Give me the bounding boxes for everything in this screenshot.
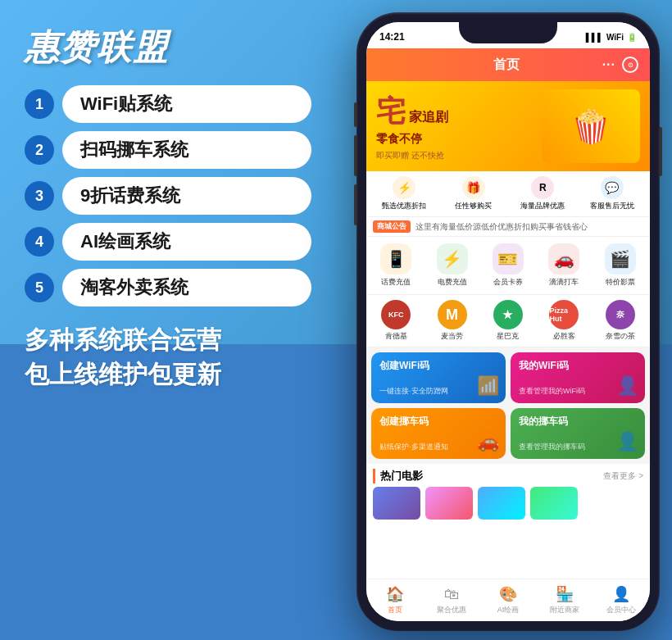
bottom-text: 多种系统联合运营 包上线维护包更新 <box>25 323 311 392</box>
hot-movies-list <box>373 487 643 520</box>
phone-outer: 14:21 ▌▌▌ WiFi 🔋 首页 ··· ⊙ <box>356 12 660 631</box>
home-icon: 🏠 <box>386 585 404 603</box>
feature-item: 1 WiFi贴系统 <box>25 85 311 123</box>
nav-deals-label: 聚合优惠 <box>437 605 466 615</box>
service-member-card[interactable]: 🎫 会员卡券 <box>482 243 534 288</box>
movie-thumb-2[interactable] <box>425 487 473 520</box>
brand-starbucks[interactable]: ★ 星巴克 <box>482 300 534 342</box>
quick-icon-discount[interactable]: ⚡ 甄选优惠折扣 <box>370 176 439 211</box>
nav-nearby-label: 附近商家 <box>550 605 579 615</box>
brand-kfc[interactable]: KFC 肯德基 <box>370 300 422 342</box>
battery-icon: 🔋 <box>627 33 637 42</box>
service-phone-recharge[interactable]: 📱 话费充值 <box>370 243 422 288</box>
brand-pizzahut[interactable]: Pizza Hut 必胜客 <box>538 300 590 342</box>
bottom-line-2: 包上线维护包更新 <box>25 357 311 392</box>
member-icon: 👤 <box>612 585 630 603</box>
feature-label: 淘客外卖系统 <box>62 269 311 306</box>
deals-icon: 🛍 <box>444 586 459 603</box>
wifi-cards-grid: 创建WiFi码 一键连接·安全防蹭网 📶 我的WiFi码 查看管理我的WiFi码… <box>366 347 650 464</box>
nav-member[interactable]: 👤 会员中心 <box>593 585 650 615</box>
phone-wrapper: 14:21 ▌▌▌ WiFi 🔋 首页 ··· ⊙ <box>356 12 660 631</box>
feature-label: 扫码挪车系统 <box>62 131 311 169</box>
brand-grid: KFC 肯德基 M 麦当劳 ★ 星巴克 Pizza Hut 必胜客 奈 奈雪 <box>366 295 650 347</box>
feature-num: 1 <box>25 89 54 119</box>
nav-ai-paint[interactable]: 🎨 AI绘画 <box>479 585 536 615</box>
quick-icons-row: ⚡ 甄选优惠折扣 🎁 任性够购买 R 海量品牌优惠 💬 客服售后无忧 <box>366 171 650 217</box>
nav-home[interactable]: 🏠 首页 <box>366 585 423 615</box>
feature-label: 9折话费系统 <box>62 177 311 215</box>
nav-nearby[interactable]: 🏪 附近商家 <box>537 585 593 615</box>
feature-label: WiFi贴系统 <box>62 85 311 123</box>
header-circle[interactable]: ⊙ <box>622 57 638 73</box>
app-header: 首页 ··· ⊙ <box>366 48 650 81</box>
feature-item: 5 淘客外卖系统 <box>25 269 311 306</box>
banner-big-char: 宅 <box>376 92 406 132</box>
my-parking-avatar: 👤 <box>616 431 638 452</box>
quick-icon-brand[interactable]: R 海量品牌优惠 <box>508 176 578 211</box>
create-wifi-title: 创建WiFi码 <box>379 359 497 373</box>
my-wifi-avatar: 👤 <box>616 375 638 397</box>
banner-text-area: 宅 家追剧 零食不停 即买即赠 还不快抢 <box>376 92 542 161</box>
notice-bar: 商城公告 这里有海量低价源低价优惠折扣购买事省钱省心 <box>366 217 650 237</box>
ai-paint-icon: 🎨 <box>499 585 517 603</box>
brand-mcdonalds[interactable]: M 麦当劳 <box>425 300 478 342</box>
notice-text: 这里有海量低价源低价优惠折扣购买事省钱省心 <box>415 221 588 233</box>
nearby-icon: 🏪 <box>556 585 574 603</box>
wifi-icon: WiFi <box>606 33 624 42</box>
banner: 宅 家追剧 零食不停 即买即赠 还不快抢 🍿 <box>366 81 650 171</box>
movie-thumb-3[interactable] <box>478 487 525 520</box>
side-button-left-1 <box>354 102 356 127</box>
my-wifi-card[interactable]: 我的WiFi码 查看管理我的WiFi码 👤 <box>511 352 645 403</box>
movie-thumb-4[interactable] <box>530 487 578 520</box>
service-grid: 📱 话费充值 ⚡ 电费充值 🎫 会员卡券 🚗 滴滴打车 🎬 特价影票 <box>366 237 650 295</box>
quick-icon-buy[interactable]: 🎁 任性够购买 <box>439 176 509 211</box>
my-wifi-title: 我的WiFi码 <box>519 359 637 373</box>
feature-item: 3 9折话费系统 <box>25 177 311 215</box>
parking-car-icon: 🚗 <box>477 431 499 452</box>
service-taxi[interactable]: 🚗 滴滴打车 <box>538 243 590 288</box>
header-title: 首页 <box>493 57 520 74</box>
phone-inner: 14:21 ▌▌▌ WiFi 🔋 首页 ··· ⊙ <box>366 22 650 621</box>
service-electric-recharge[interactable]: ⚡ 电费充值 <box>425 243 478 288</box>
side-button-right <box>660 127 662 176</box>
create-parking-title: 创建挪车码 <box>379 415 497 429</box>
feature-num: 5 <box>25 273 54 302</box>
brand-naixue[interactable]: 奈 奈雪の茶 <box>594 300 647 342</box>
bottom-nav: 🏠 首页 🛍 聚合优惠 🎨 AI绘画 🏪 附近商家 👤 会员中心 <box>366 579 650 621</box>
feature-num: 3 <box>25 181 54 211</box>
side-button-left-3 <box>354 184 356 225</box>
create-wifi-card[interactable]: 创建WiFi码 一键连接·安全防蹭网 📶 <box>371 352 506 403</box>
my-parking-card[interactable]: 我的挪车码 查看管理我的挪车码 👤 <box>511 408 645 459</box>
hot-movies-title: 热门电影 <box>373 469 423 483</box>
wifi-icon-card: 📶 <box>477 375 499 397</box>
banner-small-text: 即买即赠 还不快抢 <box>376 150 542 161</box>
bottom-line-1: 多种系统联合运营 <box>25 323 311 357</box>
nav-deals[interactable]: 🛍 聚合优惠 <box>423 586 479 615</box>
nav-home-label: 首页 <box>388 605 402 615</box>
banner-sub-text: 零食不停 <box>376 132 542 147</box>
create-parking-card[interactable]: 创建挪车码 贴纸保护·多渠道通知 🚗 <box>371 408 506 459</box>
feature-num: 2 <box>25 135 54 165</box>
nav-ai-label: AI绘画 <box>497 605 520 615</box>
side-button-left-2 <box>354 135 356 176</box>
banner-image: 🍿 <box>542 89 640 163</box>
feature-list: 1 WiFi贴系统 2 扫码挪车系统 3 9折话费系统 4 AI绘画系统 5 淘… <box>25 85 311 306</box>
quick-icon-service[interactable]: 💬 客服售后无忧 <box>578 176 647 211</box>
status-time: 14:21 <box>379 31 405 43</box>
status-icons: ▌▌▌ WiFi 🔋 <box>586 33 637 42</box>
signal-icon: ▌▌▌ <box>586 33 603 42</box>
header-dots[interactable]: ··· <box>602 57 615 72</box>
my-parking-title: 我的挪车码 <box>519 415 637 429</box>
notice-tag: 商城公告 <box>373 220 411 233</box>
brand-title: 惠赞联盟 <box>25 25 311 70</box>
hot-movies-section: 热门电影 查看更多 > <box>366 464 650 524</box>
movie-thumb-1[interactable] <box>373 487 420 520</box>
service-movie[interactable]: 🎬 特价影票 <box>594 243 647 288</box>
banner-tagline-text: 家追剧 <box>409 109 448 126</box>
left-panel: 惠赞联盟 1 WiFi贴系统 2 扫码挪车系统 3 9折话费系统 4 AI绘画系… <box>0 0 328 640</box>
nav-member-label: 会员中心 <box>606 605 636 615</box>
phone-notch <box>459 22 557 43</box>
feature-num: 4 <box>25 227 54 256</box>
hot-movies-header: 热门电影 查看更多 > <box>373 469 643 483</box>
hot-movies-more[interactable]: 查看更多 > <box>603 470 643 482</box>
